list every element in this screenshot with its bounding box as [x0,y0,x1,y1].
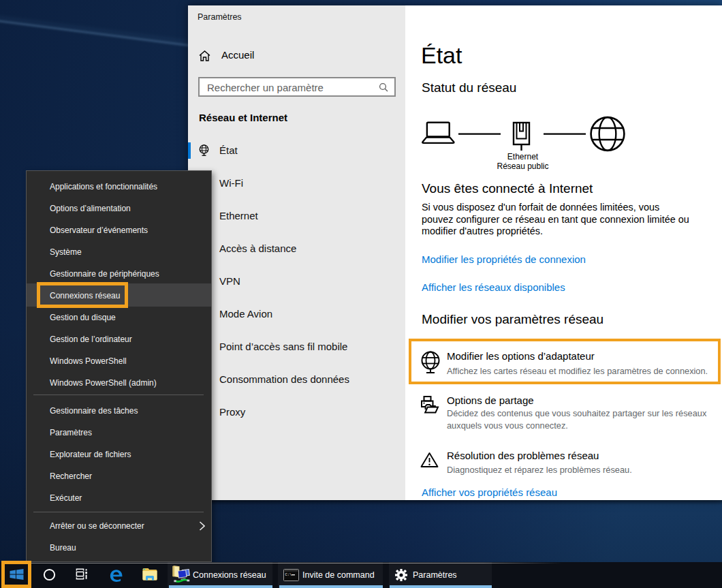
svg-text:C:\: C:\ [285,572,292,577]
